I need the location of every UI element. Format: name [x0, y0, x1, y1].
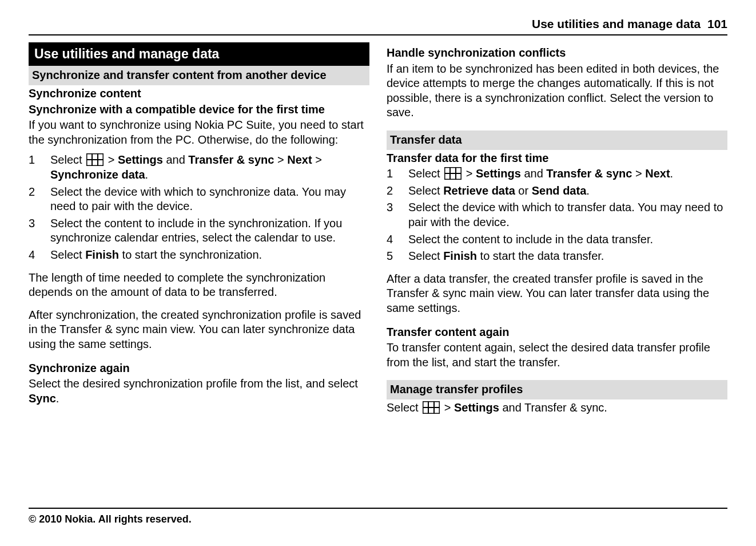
- body-text: After synchronization, the created synch…: [29, 308, 369, 352]
- ui-label: Transfer & sync: [546, 167, 632, 180]
- ui-label: Settings: [454, 401, 499, 414]
- step-body: Select Retrieve data or Send data.: [408, 184, 727, 199]
- section-heading: Manage transfer profiles: [387, 380, 727, 399]
- step-body: Select the content to include in the dat…: [408, 232, 727, 247]
- step-number: 3: [29, 216, 50, 246]
- heading-transfer-first-time: Transfer data for the first time: [387, 151, 727, 166]
- content-columns: Use utilities and manage data Synchroniz…: [29, 42, 727, 415]
- body-text: If you want to synchronize using Nokia P…: [29, 118, 369, 147]
- section-heading: Transfer data: [387, 130, 727, 150]
- page-footer: © 2010 Nokia. All rights reserved.: [29, 508, 727, 525]
- step-body: Select > Settings and Transfer & sync > …: [408, 167, 727, 181]
- step-item: 3 Select the device with which to transf…: [387, 200, 727, 230]
- step-number: 5: [387, 249, 408, 264]
- body-text: To transfer content again, select the de…: [387, 341, 727, 370]
- step-body: Select the device with which to transfer…: [408, 200, 727, 230]
- ui-label: Settings: [476, 167, 521, 180]
- step-item: 4 Select the content to include in the d…: [387, 232, 727, 247]
- heading-sync-first-time: Synchronize with a compatible device for…: [29, 102, 369, 117]
- body-text: Select > Settings and Transfer & sync.: [387, 401, 727, 416]
- step-item: 5 Select Finish to start the data transf…: [387, 249, 727, 264]
- step-item: 1 Select > Settings and Transfer & sync …: [387, 167, 727, 181]
- step-item: 2 Select the device with which to synchr…: [29, 185, 369, 214]
- ui-label: Next: [645, 167, 670, 180]
- app-grid-icon: [86, 153, 104, 166]
- step-body: Select Finish to start the data transfer…: [408, 249, 727, 264]
- step-number: 2: [29, 185, 50, 214]
- ordered-steps: 1 Select > Settings and Transfer & sync …: [387, 167, 727, 264]
- body-text: The length of time needed to complete th…: [29, 271, 369, 300]
- ui-label: Retrieve data: [443, 184, 515, 197]
- ui-label: Finish: [443, 250, 477, 262]
- body-text: After a data transfer, the created trans…: [387, 272, 727, 316]
- app-grid-icon: [444, 167, 461, 180]
- ui-label: Send data: [532, 184, 587, 197]
- step-item: 3 Select the content to include in the s…: [29, 216, 369, 246]
- section-heading: Synchronize and transfer content from an…: [29, 66, 369, 85]
- step-number: 4: [29, 248, 50, 263]
- step-body: Select the device with which to synchron…: [50, 185, 369, 214]
- step-number: 2: [387, 184, 408, 199]
- step-number: 1: [387, 167, 408, 181]
- ui-label: Next: [287, 153, 312, 166]
- body-text: Select the desired synchronization profi…: [29, 377, 369, 406]
- body-text: If an item to be synchronized has been e…: [387, 62, 727, 120]
- heading-sync-again: Synchronize again: [29, 361, 369, 376]
- right-column: Handle synchronization conflicts If an i…: [387, 42, 727, 415]
- ui-label: Sync: [29, 392, 56, 405]
- ui-label: Transfer & sync: [188, 153, 274, 166]
- step-number: 4: [387, 232, 408, 247]
- step-number: 3: [387, 200, 408, 230]
- step-item: 2 Select Retrieve data or Send data.: [387, 184, 727, 199]
- left-column: Use utilities and manage data Synchroniz…: [29, 42, 369, 415]
- header-title: Use utilities and manage data: [532, 17, 701, 30]
- ui-label: Settings: [118, 153, 163, 166]
- chapter-title: Use utilities and manage data: [29, 42, 369, 66]
- step-number: 1: [29, 153, 50, 182]
- heading-conflicts: Handle synchronization conflicts: [387, 46, 727, 61]
- step-body: Select > Settings and Transfer & sync > …: [50, 153, 369, 182]
- section-subheading: Synchronize content: [29, 86, 369, 101]
- ui-label: Synchronize data: [50, 168, 145, 181]
- step-body: Select the content to include in the syn…: [50, 216, 369, 246]
- step-item: 4 Select Finish to start the synchroniza…: [29, 248, 369, 263]
- app-grid-icon: [423, 401, 440, 414]
- step-item: 1 Select > Settings and Transfer & sync …: [29, 153, 369, 182]
- page-container: Use utilities and manage data 101 Use ut…: [0, 0, 756, 415]
- page-header: Use utilities and manage data 101: [29, 17, 727, 35]
- heading-transfer-again: Transfer content again: [387, 325, 727, 340]
- page-number: 101: [707, 17, 727, 30]
- ordered-steps: 1 Select > Settings and Transfer & sync …: [29, 153, 369, 262]
- ui-label: Finish: [85, 248, 119, 261]
- step-body: Select Finish to start the synchronizati…: [50, 248, 369, 263]
